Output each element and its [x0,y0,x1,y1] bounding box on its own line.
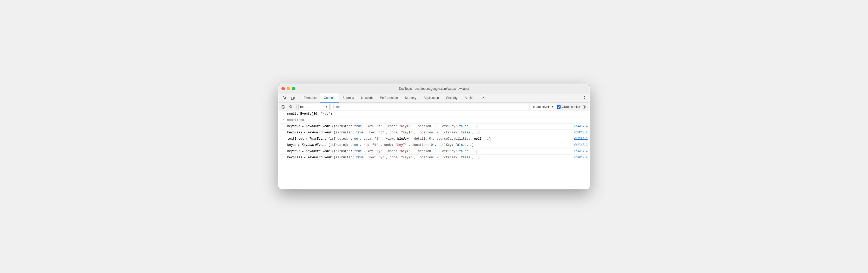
row-gutter-input: › [278,111,286,115]
tab-audits[interactable]: Audits [461,94,477,103]
levels-selector[interactable]: Default levels ▼ [530,104,556,110]
tab-network[interactable]: Network [358,94,376,103]
tab-bar-icons [279,94,299,103]
console-row-keypress-y: keypress ▶ KeyboardEvent {isTrusted: tru… [278,155,590,161]
toolbar-separator-1 [296,105,297,109]
svg-rect-1 [294,98,295,99]
devtools-window: DevTools - developers.google.com/web/sho… [278,84,590,189]
svg-line-5 [291,107,292,108]
console-settings-button[interactable] [581,104,588,110]
tab-console[interactable]: Console [320,94,339,103]
console-row-keydown-y: keydown ▶ KeyboardEvent {isTrusted: true… [278,148,590,155]
row-content-keyup-t: keyup ▶ KeyboardEvent {isTrusted: true ,… [286,143,574,148]
expand-keypress-y[interactable]: ▶ [304,156,306,159]
svg-line-3 [282,106,284,108]
clear-console-button[interactable] [280,104,287,110]
tab-memory[interactable]: Memory [402,94,420,103]
device-toolbar-button[interactable] [289,95,297,102]
row-gutter-keyup-t [278,143,286,143]
expand-keypress-t[interactable]: ▶ [304,131,306,134]
tab-axe[interactable]: aXe [477,94,490,103]
row-content-keypress-t: keypress ▶ KeyboardEvent {isTrusted: tru… [286,130,574,135]
context-dropdown-arrow: ▼ [325,105,328,108]
console-row-keyup-t: keyup ▶ KeyboardEvent {isTrusted: true ,… [278,142,590,148]
console-row-input: › monitorEvents($0, "key"); [278,111,590,117]
tab-security[interactable]: Security [442,94,461,103]
row-source-textinput-t[interactable]: VM1240:1 [574,137,590,140]
row-content-textinput-t: textInput ▶ TextEvent {isTrusted: true ,… [286,137,574,141]
tab-bar-end: ⋮ [581,94,590,103]
console-toolbar: top ▼ Default levels ▼ Group similar [278,103,590,111]
row-source-keypress-y[interactable]: VM1240:1 [574,155,590,159]
title-bar: DevTools - developers.google.com/web/sho… [278,84,590,94]
group-similar-checkbox[interactable] [557,105,561,109]
tab-application[interactable]: Application [420,94,442,103]
tab-sources[interactable]: Sources [339,94,358,103]
row-gutter-keypress-t [278,130,286,131]
console-row-keydown-t: keydown ▶ KeyboardEvent {isTrusted: true… [278,124,590,130]
row-content-keydown-y: keydown ▶ KeyboardEvent {isTrusted: true… [286,149,574,154]
row-content-input: monitorEvents($0, "key"); [286,111,590,116]
row-source-keydown-t[interactable]: VM1240:1 [574,124,590,128]
context-selector[interactable]: top ▼ [298,104,330,110]
row-gutter-undefined: ‹ [278,118,286,121]
console-content: › monitorEvents($0, "key"); ‹ undefined … [278,111,590,189]
expand-keyup-t[interactable]: ▶ [298,144,300,147]
row-source-keyup-t[interactable]: VM1240:1 [574,143,590,146]
output-arrow: ‹ [283,118,285,121]
row-source-keydown-y[interactable]: VM1240:1 [574,149,590,152]
filter-input[interactable] [331,104,529,110]
console-row-textinput-t: textInput ▶ TextEvent {isTrusted: true ,… [278,136,590,142]
svg-point-6 [584,106,586,107]
filter-button[interactable] [288,104,294,110]
console-row-keypress-t: keypress ▶ KeyboardEvent {isTrusted: tru… [278,130,590,136]
console-row-undefined: ‹ undefined [278,117,590,124]
expand-keydown-t[interactable]: ▶ [302,125,304,128]
more-tabs-button[interactable]: ⋮ [581,95,588,101]
maximize-button[interactable] [292,87,295,90]
row-source-keypress-t[interactable]: VM1240:1 [574,130,590,134]
svg-point-4 [290,105,292,107]
window-title: DevTools - developers.google.com/web/sho… [399,87,469,91]
inspect-element-button[interactable] [281,95,289,102]
svg-rect-0 [291,97,293,100]
prompt-arrow: › [283,112,285,115]
row-content-keydown-t: keydown ▶ KeyboardEvent {isTrusted: true… [286,124,574,129]
levels-dropdown-arrow: ▼ [552,105,554,108]
row-content-undefined: undefined [286,118,590,123]
row-gutter-keypress-y [278,155,286,156]
expand-keydown-y[interactable]: ▶ [302,150,304,153]
traffic-lights [281,87,295,90]
minimize-button[interactable] [287,87,290,90]
tab-bar: Elements Console Sources Network Perform… [278,94,590,103]
close-button[interactable] [281,87,285,90]
group-similar-label[interactable]: Group similar [557,105,580,109]
row-gutter-keydown-t [278,124,286,124]
tab-elements[interactable]: Elements [300,94,320,103]
tab-performance[interactable]: Performance [376,94,402,103]
row-content-keypress-y: keypress ▶ KeyboardEvent {isTrusted: tru… [286,155,574,160]
expand-textinput-t[interactable]: ▶ [306,138,307,140]
